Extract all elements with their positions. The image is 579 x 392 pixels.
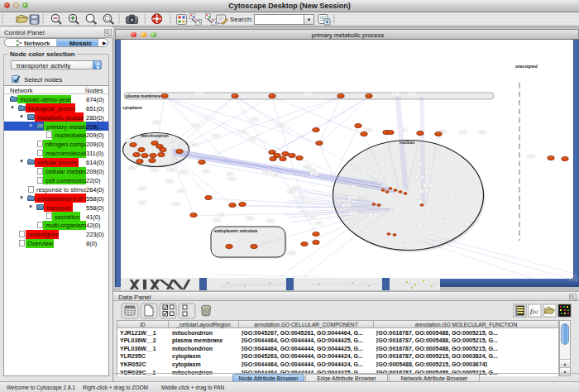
svg-text:endoplasmic reticulum: endoplasmic reticulum (214, 229, 257, 233)
svg-text:cytoplasm: cytoplasm (122, 106, 142, 110)
svg-text:Search:: Search: (230, 16, 253, 23)
svg-text:unassigned: unassigned (515, 65, 538, 69)
svg-text:plasma membrane: plasma membrane (126, 94, 160, 98)
